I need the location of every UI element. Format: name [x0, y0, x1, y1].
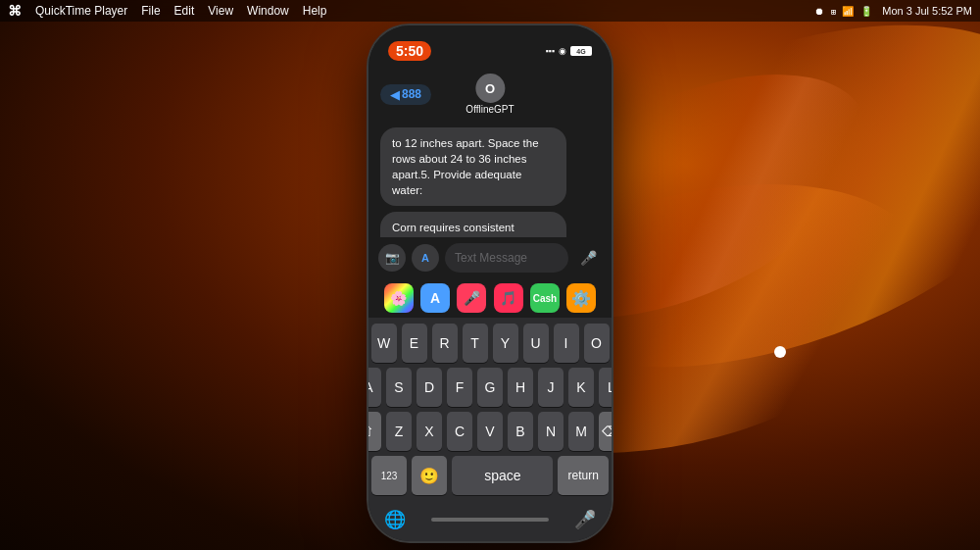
key-f[interactable]: F	[447, 368, 472, 407]
keyboard[interactable]: Q W E R T Y U I O P A S D F G H J K L ⇧ …	[368, 318, 612, 504]
status-time: 5:50	[388, 41, 431, 61]
emoji-key[interactable]: 🙂	[412, 456, 447, 495]
mic-icon: 🎤	[580, 250, 597, 266]
key-h[interactable]: H	[508, 368, 533, 407]
home-indicator	[431, 518, 549, 522]
memoji-shortcut[interactable]: 🎤	[457, 283, 486, 313]
globe-icon[interactable]: 🌐	[384, 509, 406, 530]
message-bubble-2: Corn requires consistent moisture, espec…	[380, 212, 566, 237]
key-j[interactable]: J	[538, 368, 564, 407]
back-button[interactable]: ◀ 888	[380, 84, 431, 105]
photos-shortcut[interactable]: 🌸	[384, 283, 414, 313]
keyboard-row-3: ⇧ Z X C V B N M ⌫	[371, 412, 609, 451]
key-t[interactable]: T	[463, 324, 488, 363]
contact-avatar: O	[475, 74, 505, 103]
battery-indicator: 4G	[570, 46, 592, 56]
return-key[interactable]: return	[558, 456, 609, 495]
camera-button[interactable]: 📷	[378, 244, 406, 272]
key-l[interactable]: L	[599, 368, 612, 407]
keyboard-row-2: A S D F G H J K L	[371, 368, 609, 407]
menubar-time: Mon 3 Jul 5:52 PM	[882, 5, 972, 17]
key-s[interactable]: S	[386, 368, 412, 407]
apple-menu[interactable]: ⌘	[8, 3, 22, 19]
key-e[interactable]: E	[402, 324, 427, 363]
keyboard-row-1: Q W E R T Y U I O P	[371, 324, 609, 363]
menu-window[interactable]: Window	[247, 4, 289, 18]
key-m[interactable]: M	[568, 412, 594, 451]
menu-help[interactable]: Help	[303, 4, 327, 18]
music-shortcut[interactable]: 🎵	[494, 283, 523, 313]
shift-key[interactable]: ⇧	[368, 412, 381, 451]
keyboard-bottom-bar: 🌐 🎤	[368, 504, 612, 541]
iphone-statusbar: 5:50 ▪▪▪ ◉ 4G	[368, 25, 612, 69]
key-d[interactable]: D	[416, 368, 442, 407]
keyboard-row-4: 123 🙂 space return	[371, 456, 609, 495]
messages-list: to 12 inches apart. Space the rows about…	[368, 120, 612, 237]
dictation-icon[interactable]: 🎤	[574, 509, 596, 530]
key-g[interactable]: G	[477, 368, 503, 407]
key-r[interactable]: R	[432, 324, 458, 363]
key-u[interactable]: U	[523, 324, 549, 363]
menu-file[interactable]: File	[141, 4, 160, 18]
appstore-shortcut[interactable]: A	[420, 283, 450, 313]
key-b[interactable]: B	[508, 412, 533, 451]
key-k[interactable]: K	[568, 368, 594, 407]
numbers-key[interactable]: 123	[371, 456, 407, 495]
key-w[interactable]: W	[371, 324, 397, 363]
key-o[interactable]: O	[584, 324, 610, 363]
key-a[interactable]: A	[368, 368, 381, 407]
message-bubble-1: to 12 inches apart. Space the rows about…	[380, 127, 566, 206]
iphone-frame: 5:50 ▪▪▪ ◉ 4G ◀ 888 O OfflineGPT to 12 i…	[368, 25, 612, 541]
cash-shortcut[interactable]: Cash	[530, 283, 560, 313]
key-y[interactable]: Y	[493, 324, 518, 363]
menubar-right: ⏺ ⊞ 📶 🔋 Mon 3 Jul 5:52 PM	[814, 5, 972, 17]
settings-shortcut[interactable]: ⚙️	[566, 283, 596, 313]
back-label: 888	[402, 87, 421, 101]
apps-icon: A	[421, 252, 429, 264]
menubar-icons: ⏺ ⊞ 📶 🔋	[814, 6, 874, 17]
menu-edit[interactable]: Edit	[174, 4, 195, 18]
menubar: ⌘ QuickTime Player File Edit View Window…	[0, 0, 980, 22]
contact-info[interactable]: O OfflineGPT	[466, 74, 514, 115]
signal-icon: ▪▪▪	[545, 46, 555, 56]
wifi-icon: ◉	[559, 46, 566, 56]
key-v[interactable]: V	[477, 412, 503, 451]
key-i[interactable]: I	[554, 324, 579, 363]
messages-navbar: ◀ 888 O OfflineGPT	[368, 69, 612, 120]
menubar-left: ⌘ QuickTime Player File Edit View Window…	[8, 3, 326, 19]
app-shortcuts-row: 🌸 A 🎤 🎵 Cash ⚙️	[368, 278, 612, 318]
key-c[interactable]: C	[447, 412, 472, 451]
menu-view[interactable]: View	[208, 4, 233, 18]
text-message-input[interactable]: Text Message	[445, 243, 568, 273]
apps-button[interactable]: A	[412, 244, 439, 272]
delete-key[interactable]: ⌫	[599, 412, 612, 451]
key-n[interactable]: N	[538, 412, 564, 451]
status-icons: ▪▪▪ ◉ 4G	[545, 46, 592, 56]
space-key[interactable]: space	[452, 456, 553, 495]
app-name[interactable]: QuickTime Player	[35, 4, 127, 18]
key-z[interactable]: Z	[386, 412, 412, 451]
key-x[interactable]: X	[416, 412, 442, 451]
message-input-row: 📷 A Text Message 🎤	[368, 237, 612, 278]
contact-name: OfflineGPT	[466, 104, 514, 115]
camera-icon: 📷	[385, 251, 400, 265]
mic-button[interactable]: 🎤	[574, 244, 602, 272]
